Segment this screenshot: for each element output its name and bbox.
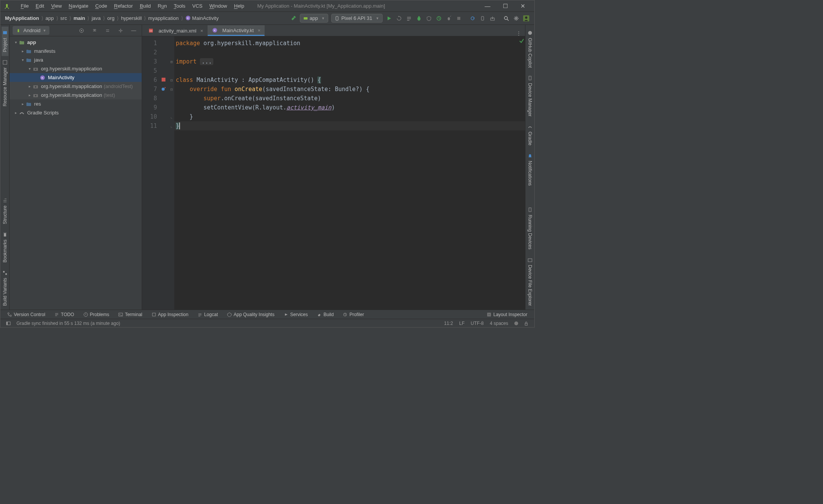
breadcrumb-item[interactable]: hyperskill	[119, 15, 143, 21]
window-minimize-icon[interactable]: —	[482, 3, 493, 10]
coverage-icon[interactable]	[425, 14, 433, 23]
apply-code-changes-icon[interactable]	[405, 14, 413, 23]
rail-build-variants[interactable]: Build Variants	[2, 266, 8, 310]
fold-mark-icon[interactable]	[169, 39, 174, 48]
breadcrumb-item[interactable]: java	[90, 15, 102, 21]
menu-code[interactable]: Code	[92, 3, 111, 9]
project-view-selector[interactable]: Android ▼	[13, 26, 49, 35]
rail-device-file-explorer[interactable]: Device File Explorer	[527, 253, 533, 310]
code-line[interactable]: package org.hyperskill.myapplication	[174, 39, 525, 48]
tree-row[interactable]: ▾java	[10, 55, 142, 64]
bottom-app-quality[interactable]: App Quality Insights	[223, 312, 278, 317]
tree-arrow-icon[interactable]: ▾	[26, 67, 33, 71]
code-line[interactable]	[174, 48, 525, 57]
fold-mark-icon[interactable]: ⊟	[169, 75, 174, 85]
readonly-lock-icon[interactable]	[522, 319, 530, 328]
rail-gradle[interactable]: Gradle	[527, 120, 533, 149]
code-line[interactable]	[174, 66, 525, 75]
tree-row[interactable]: KMainActivity	[10, 73, 142, 82]
profile-icon[interactable]	[435, 14, 443, 23]
code-line[interactable]: override fun onCreate(savedInstanceState…	[174, 85, 525, 94]
breadcrumb-item[interactable]: KMainActivity	[184, 15, 220, 21]
bottom-version-control[interactable]: Version Control	[3, 312, 49, 317]
sync-gradle-icon[interactable]	[468, 14, 477, 23]
code-line[interactable]: class MainActivity : AppCompatActivity()…	[174, 75, 525, 85]
rail-running-devices[interactable]: Running Devices	[527, 203, 533, 253]
menu-file[interactable]: File	[17, 3, 32, 9]
run-config-selector[interactable]: app ▼	[300, 14, 329, 23]
menu-view[interactable]: View	[47, 3, 65, 9]
select-opened-file-icon[interactable]	[77, 26, 86, 35]
tree-row[interactable]: ▸org.hyperskill.myapplication(test)	[10, 91, 142, 99]
window-close-icon[interactable]: ✕	[517, 3, 528, 10]
menu-run[interactable]: Run	[154, 3, 170, 9]
menu-edit[interactable]: Edit	[32, 3, 47, 9]
bottom-problems[interactable]: Problems	[80, 312, 113, 317]
fold-mark-icon[interactable]: ⌞	[169, 112, 174, 121]
close-icon[interactable]: ×	[200, 28, 203, 34]
bottom-app-inspection[interactable]: App Inspection	[148, 312, 192, 317]
breadcrumb-item[interactable]: MyApplication	[3, 15, 41, 21]
status-line-sep[interactable]: LF	[456, 321, 468, 326]
copilot-status-icon[interactable]	[512, 319, 520, 328]
fold-column[interactable]: ⊞⊟⊟⌞⌞	[169, 36, 174, 310]
rail-project[interactable]: Project	[2, 26, 8, 56]
apply-changes-icon[interactable]	[395, 14, 403, 23]
status-indent[interactable]: 4 spaces	[487, 321, 511, 326]
editor-tab[interactable]: KMainActivity.kt×	[208, 25, 265, 36]
code-line[interactable]: }	[174, 121, 525, 130]
code-line[interactable]: setContentView(R.layout.activity_main)	[174, 103, 525, 112]
close-icon[interactable]: ×	[258, 28, 261, 33]
related-layout-icon[interactable]	[161, 77, 166, 82]
hide-sidebar-icon[interactable]: —	[129, 26, 138, 35]
rail-structure[interactable]: Structure	[2, 194, 8, 228]
build-hammer-icon[interactable]	[289, 14, 298, 23]
debug-icon[interactable]	[415, 14, 423, 23]
tree-settings-gear-icon[interactable]	[116, 26, 125, 35]
bottom-build[interactable]: Build	[313, 312, 338, 317]
override-icon[interactable]	[161, 86, 166, 91]
collapse-all-icon[interactable]	[103, 26, 112, 35]
bottom-todo[interactable]: TODO	[51, 312, 78, 317]
inspection-marker[interactable]	[519, 38, 524, 43]
bottom-services[interactable]: Services	[280, 312, 312, 317]
bottom-terminal[interactable]: Terminal	[115, 312, 146, 317]
menu-window[interactable]: Window	[206, 3, 231, 9]
line-gutter[interactable]: 123567891011	[142, 36, 169, 310]
rail-bookmarks[interactable]: Bookmarks	[2, 228, 8, 266]
breadcrumb-item[interactable]: myapplication	[147, 15, 180, 21]
code-content[interactable]: package org.hyperskill.myapplicationimpo…	[174, 36, 525, 310]
menu-vcs[interactable]: VCS	[189, 3, 206, 9]
rail-resource-manager[interactable]: Resource Manager	[2, 56, 8, 110]
bottom-profiler[interactable]: Profiler	[339, 312, 368, 317]
tree-row[interactable]: ▾app	[10, 38, 142, 47]
tree-row[interactable]: ▾org.hyperskill.myapplication	[10, 64, 142, 73]
tree-arrow-icon[interactable]: ▾	[13, 40, 19, 44]
code-line[interactable]: import ...	[174, 57, 525, 66]
search-icon[interactable]	[502, 14, 510, 23]
user-avatar-icon[interactable]	[522, 14, 530, 23]
tree-arrow-icon[interactable]: ▸	[20, 49, 26, 53]
menu-tools[interactable]: Tools	[170, 3, 189, 9]
code-editor[interactable]: 123567891011 ⊞⊟⊟⌞⌞ package org.hyperskil…	[142, 36, 525, 310]
status-encoding[interactable]: UTF-8	[468, 321, 487, 326]
device-selector[interactable]: Pixel 6 API 31 ▼	[331, 14, 383, 23]
rail-notifications[interactable]: Notifications	[527, 149, 533, 189]
menu-help[interactable]: Help	[231, 3, 248, 9]
fold-mark-icon[interactable]	[169, 66, 174, 75]
tree-arrow-icon[interactable]: ▸	[26, 93, 33, 97]
fold-mark-icon[interactable]: ⌞	[169, 121, 174, 130]
menu-build[interactable]: Build	[136, 3, 154, 9]
breadcrumb-item[interactable]: org	[106, 15, 116, 21]
expand-all-icon[interactable]	[90, 26, 99, 35]
bottom-logcat[interactable]: Logcat	[194, 312, 222, 317]
avd-manager-icon[interactable]	[478, 14, 487, 23]
fold-mark-icon[interactable]: ⊞	[169, 57, 174, 66]
fold-mark-icon[interactable]	[169, 94, 174, 103]
editor-tabs-menu-icon[interactable]: ⋮	[512, 30, 525, 36]
tree-row[interactable]: ▸org.hyperskill.myapplication(androidTes…	[10, 82, 142, 91]
attach-debugger-icon[interactable]	[445, 14, 453, 23]
settings-gear-icon[interactable]	[512, 14, 520, 23]
menu-navigate[interactable]: Navigate	[65, 3, 92, 9]
tree-arrow-icon[interactable]: ▸	[13, 111, 19, 115]
